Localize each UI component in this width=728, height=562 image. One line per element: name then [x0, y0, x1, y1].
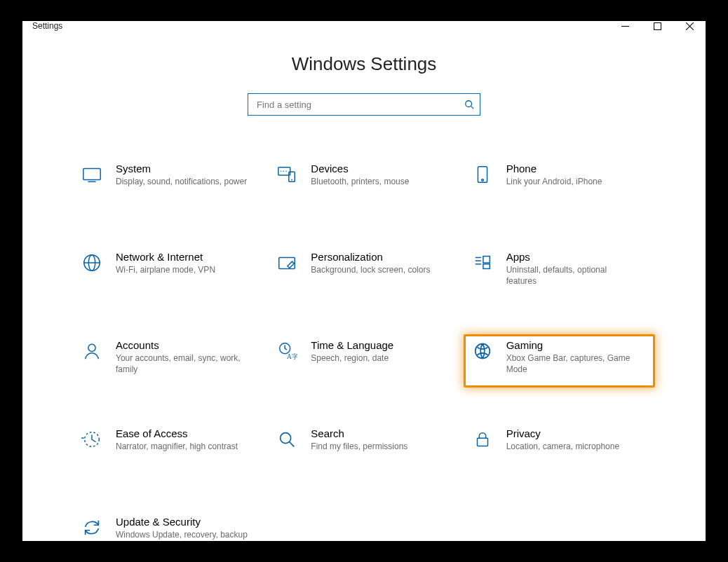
search-icon [464, 100, 474, 109]
ease-icon [79, 427, 105, 471]
search-box[interactable] [248, 93, 480, 116]
close-icon [686, 22, 694, 30]
svg-rect-1 [654, 22, 661, 29]
search-input[interactable] [255, 99, 464, 111]
page-title: Windows Settings [292, 53, 437, 75]
svg-line-5 [471, 107, 474, 109]
category-desc: Bluetooth, printers, mouse [311, 176, 443, 187]
devices-icon [274, 163, 299, 206]
category-title: Time & Language [311, 339, 443, 351]
category-title: Devices [311, 163, 443, 174]
category-desc: Your accounts, email, sync, work, family [116, 352, 248, 375]
category-time[interactable]: Time & LanguageSpeech, region, date [268, 334, 459, 388]
category-gaming[interactable]: GamingXbox Game Bar, captures, Game Mode [464, 334, 655, 388]
category-desc: Wi-Fi, airplane mode, VPN [116, 264, 248, 275]
category-desc: Narrator, magnifier, high contrast [116, 441, 248, 452]
settings-window: Settings Windows Settings [22, 21, 706, 541]
svg-point-4 [466, 101, 472, 107]
category-desc: Speech, region, date [311, 352, 443, 364]
category-phone[interactable]: PhoneLink your Android, iPhone [464, 158, 655, 211]
category-apps[interactable]: AppsUninstall, defaults, optional featur… [464, 246, 655, 299]
category-network[interactable]: Network & InternetWi-Fi, airplane mode, … [73, 246, 264, 299]
clock-lang-icon [274, 339, 299, 383]
category-title: Privacy [506, 427, 639, 439]
category-desc: Find my files, permissions [311, 441, 443, 452]
category-title: Update & Security [116, 516, 248, 528]
category-search[interactable]: SearchFind my files, permissions [268, 423, 459, 476]
category-system[interactable]: SystemDisplay, sound, notifications, pow… [73, 158, 264, 211]
category-update[interactable]: Update & SecurityWindows Update, recover… [73, 511, 264, 562]
maximize-icon [654, 22, 661, 30]
category-desc: Background, lock screen, colors [311, 264, 443, 275]
content-area: Windows Settings SystemDisplay, sound, n… [22, 31, 706, 562]
globe-icon [79, 251, 105, 294]
close-button[interactable] [673, 21, 706, 31]
minimize-icon [621, 22, 629, 30]
lock-icon [470, 427, 495, 471]
category-desc: Link your Android, iPhone [506, 176, 639, 187]
category-desc: Display, sound, notifications, power [116, 176, 248, 187]
category-desc: Location, camera, microphone [506, 441, 639, 452]
update-icon [79, 516, 105, 559]
apps-icon [470, 251, 495, 294]
person-icon [79, 339, 105, 383]
titlebar: Settings [22, 21, 706, 31]
category-desc: Xbox Game Bar, captures, Game Mode [506, 352, 639, 375]
category-desc: Windows Update, recovery, backup [116, 529, 248, 540]
phone-icon [470, 163, 495, 206]
personalize-icon [274, 251, 299, 294]
search-icon [274, 427, 299, 471]
category-desc: Uninstall, defaults, optional features [506, 264, 639, 287]
window-controls [609, 21, 706, 31]
maximize-button[interactable] [641, 21, 673, 31]
minimize-button[interactable] [609, 21, 641, 31]
category-title: Network & Internet [116, 251, 248, 263]
categories-grid: SystemDisplay, sound, notifications, pow… [73, 158, 655, 562]
category-title: Search [311, 427, 443, 439]
category-title: Accounts [116, 339, 248, 351]
category-accounts[interactable]: AccountsYour accounts, email, sync, work… [73, 334, 264, 388]
category-title: Phone [506, 163, 639, 174]
category-personalization[interactable]: PersonalizationBackground, lock screen, … [268, 246, 459, 299]
category-title: System [116, 163, 248, 174]
window-title: Settings [32, 21, 62, 31]
category-devices[interactable]: DevicesBluetooth, printers, mouse [268, 158, 459, 211]
category-title: Apps [506, 251, 639, 263]
category-title: Gaming [506, 339, 639, 351]
monitor-icon [79, 163, 105, 206]
gaming-icon [470, 339, 495, 383]
category-privacy[interactable]: PrivacyLocation, camera, microphone [464, 423, 655, 476]
category-title: Ease of Access [116, 427, 248, 439]
category-title: Personalization [311, 251, 443, 263]
category-ease[interactable]: Ease of AccessNarrator, magnifier, high … [73, 423, 264, 476]
